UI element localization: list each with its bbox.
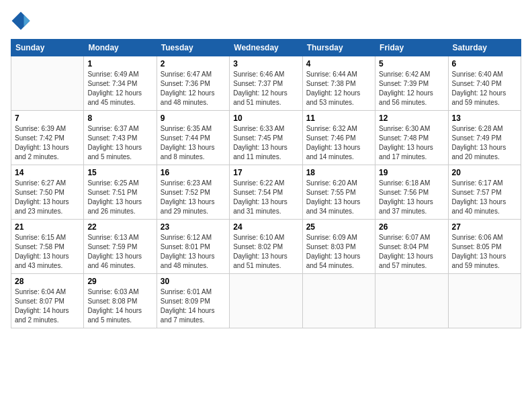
calendar-cell (230, 274, 302, 328)
calendar-header: SundayMondayTuesdayWednesdayThursdayFrid… (11, 40, 521, 56)
calendar-cell: 30Sunrise: 6:01 AM Sunset: 8:09 PM Dayli… (157, 274, 229, 328)
calendar-cell (11, 56, 84, 111)
day-info: Sunrise: 6:39 AM Sunset: 7:42 PM Dayligh… (15, 124, 80, 162)
calendar-cell: 18Sunrise: 6:20 AM Sunset: 7:55 PM Dayli… (302, 165, 375, 220)
day-number: 16 (161, 168, 226, 177)
day-number: 23 (161, 222, 226, 232)
calendar-cell: 19Sunrise: 6:18 AM Sunset: 7:56 PM Dayli… (375, 165, 448, 220)
day-info: Sunrise: 6:06 AM Sunset: 8:05 PM Dayligh… (452, 233, 517, 271)
day-number: 26 (379, 222, 444, 232)
day-info: Sunrise: 6:22 AM Sunset: 7:54 PM Dayligh… (233, 179, 298, 216)
calendar-cell: 7Sunrise: 6:39 AM Sunset: 7:42 PM Daylig… (11, 111, 84, 165)
day-info: Sunrise: 6:09 AM Sunset: 8:03 PM Dayligh… (306, 233, 371, 271)
calendar-cell: 4Sunrise: 6:44 AM Sunset: 7:38 PM Daylig… (302, 56, 375, 111)
calendar-cell: 14Sunrise: 6:27 AM Sunset: 7:50 PM Dayli… (11, 165, 84, 220)
svg-marker-1 (24, 15, 30, 27)
calendar-cell: 13Sunrise: 6:28 AM Sunset: 7:49 PM Dayli… (448, 111, 521, 165)
day-info: Sunrise: 6:10 AM Sunset: 8:02 PM Dayligh… (233, 233, 298, 271)
day-number: 27 (452, 222, 517, 232)
header-sunday: Sunday (11, 40, 84, 56)
header-row: SundayMondayTuesdayWednesdayThursdayFrid… (11, 40, 521, 56)
calendar-cell: 5Sunrise: 6:42 AM Sunset: 7:39 PM Daylig… (375, 56, 448, 111)
day-info: Sunrise: 6:12 AM Sunset: 8:01 PM Dayligh… (161, 233, 226, 271)
day-info: Sunrise: 6:27 AM Sunset: 7:50 PM Dayligh… (15, 179, 80, 216)
day-number: 12 (379, 113, 444, 123)
day-info: Sunrise: 6:03 AM Sunset: 8:08 PM Dayligh… (87, 287, 152, 325)
day-number: 17 (233, 168, 298, 177)
logo-icon (11, 11, 31, 31)
day-number: 21 (15, 222, 80, 232)
calendar-cell: 9Sunrise: 6:35 AM Sunset: 7:44 PM Daylig… (157, 111, 229, 165)
calendar-cell: 22Sunrise: 6:13 AM Sunset: 7:59 PM Dayli… (84, 220, 157, 274)
day-number: 6 (452, 59, 517, 68)
calendar-cell: 16Sunrise: 6:23 AM Sunset: 7:52 PM Dayli… (157, 165, 229, 220)
day-number: 19 (379, 168, 444, 177)
calendar-cell: 23Sunrise: 6:12 AM Sunset: 8:01 PM Dayli… (157, 220, 229, 274)
day-info: Sunrise: 6:47 AM Sunset: 7:36 PM Dayligh… (161, 70, 226, 107)
day-info: Sunrise: 6:28 AM Sunset: 7:49 PM Dayligh… (452, 124, 517, 162)
day-number: 11 (306, 113, 371, 123)
day-number: 22 (87, 222, 152, 232)
week-row-4: 28Sunrise: 6:04 AM Sunset: 8:07 PM Dayli… (11, 274, 521, 328)
day-info: Sunrise: 6:46 AM Sunset: 7:37 PM Dayligh… (233, 70, 298, 107)
header-wednesday: Wednesday (230, 40, 302, 56)
day-info: Sunrise: 6:32 AM Sunset: 7:46 PM Dayligh… (306, 124, 371, 162)
calendar-cell: 2Sunrise: 6:47 AM Sunset: 7:36 PM Daylig… (157, 56, 229, 111)
day-info: Sunrise: 6:42 AM Sunset: 7:39 PM Dayligh… (379, 70, 444, 107)
header-monday: Monday (84, 40, 157, 56)
day-number: 10 (233, 113, 298, 123)
calendar-cell: 26Sunrise: 6:07 AM Sunset: 8:04 PM Dayli… (375, 220, 448, 274)
page-header (11, 11, 521, 31)
day-info: Sunrise: 6:07 AM Sunset: 8:04 PM Dayligh… (379, 233, 444, 271)
day-number: 14 (15, 168, 80, 177)
calendar-cell (302, 274, 375, 328)
day-info: Sunrise: 6:17 AM Sunset: 7:57 PM Dayligh… (452, 179, 517, 216)
day-info: Sunrise: 6:20 AM Sunset: 7:55 PM Dayligh… (306, 179, 371, 216)
header-friday: Friday (375, 40, 448, 56)
day-info: Sunrise: 6:44 AM Sunset: 7:38 PM Dayligh… (306, 70, 371, 107)
day-info: Sunrise: 6:23 AM Sunset: 7:52 PM Dayligh… (161, 179, 226, 216)
day-number: 1 (87, 59, 152, 68)
day-info: Sunrise: 6:04 AM Sunset: 8:07 PM Dayligh… (15, 287, 80, 325)
calendar-cell: 11Sunrise: 6:32 AM Sunset: 7:46 PM Dayli… (302, 111, 375, 165)
logo (11, 11, 34, 31)
day-info: Sunrise: 6:30 AM Sunset: 7:48 PM Dayligh… (379, 124, 444, 162)
day-info: Sunrise: 6:18 AM Sunset: 7:56 PM Dayligh… (379, 179, 444, 216)
day-number: 3 (233, 59, 298, 68)
day-number: 15 (87, 168, 152, 177)
calendar-cell: 25Sunrise: 6:09 AM Sunset: 8:03 PM Dayli… (302, 220, 375, 274)
calendar-cell: 10Sunrise: 6:33 AM Sunset: 7:45 PM Dayli… (230, 111, 302, 165)
day-number: 7 (15, 113, 80, 123)
calendar-body: 1Sunrise: 6:49 AM Sunset: 7:34 PM Daylig… (11, 56, 521, 328)
day-info: Sunrise: 6:37 AM Sunset: 7:43 PM Dayligh… (87, 124, 152, 162)
calendar-cell: 8Sunrise: 6:37 AM Sunset: 7:43 PM Daylig… (84, 111, 157, 165)
day-number: 4 (306, 59, 371, 68)
calendar-cell (448, 274, 521, 328)
day-number: 20 (452, 168, 517, 177)
calendar-cell: 6Sunrise: 6:40 AM Sunset: 7:40 PM Daylig… (448, 56, 521, 111)
day-number: 13 (452, 113, 517, 123)
calendar-cell: 17Sunrise: 6:22 AM Sunset: 7:54 PM Dayli… (230, 165, 302, 220)
calendar-cell: 1Sunrise: 6:49 AM Sunset: 7:34 PM Daylig… (84, 56, 157, 111)
header-saturday: Saturday (448, 40, 521, 56)
calendar-cell: 27Sunrise: 6:06 AM Sunset: 8:05 PM Dayli… (448, 220, 521, 274)
day-number: 30 (161, 277, 226, 286)
day-info: Sunrise: 6:15 AM Sunset: 7:58 PM Dayligh… (15, 233, 80, 271)
calendar-cell: 21Sunrise: 6:15 AM Sunset: 7:58 PM Dayli… (11, 220, 84, 274)
week-row-3: 21Sunrise: 6:15 AM Sunset: 7:58 PM Dayli… (11, 220, 521, 274)
calendar-cell (375, 274, 448, 328)
calendar-cell: 28Sunrise: 6:04 AM Sunset: 8:07 PM Dayli… (11, 274, 84, 328)
header-thursday: Thursday (302, 40, 375, 56)
day-info: Sunrise: 6:35 AM Sunset: 7:44 PM Dayligh… (161, 124, 226, 162)
calendar-cell: 12Sunrise: 6:30 AM Sunset: 7:48 PM Dayli… (375, 111, 448, 165)
calendar-table: SundayMondayTuesdayWednesdayThursdayFrid… (11, 39, 521, 328)
day-number: 8 (87, 113, 152, 123)
day-number: 5 (379, 59, 444, 68)
day-info: Sunrise: 6:49 AM Sunset: 7:34 PM Dayligh… (87, 70, 152, 107)
day-info: Sunrise: 6:40 AM Sunset: 7:40 PM Dayligh… (452, 70, 517, 107)
calendar-cell: 15Sunrise: 6:25 AM Sunset: 7:51 PM Dayli… (84, 165, 157, 220)
calendar-cell: 3Sunrise: 6:46 AM Sunset: 7:37 PM Daylig… (230, 56, 302, 111)
day-number: 25 (306, 222, 371, 232)
day-number: 2 (161, 59, 226, 68)
week-row-2: 14Sunrise: 6:27 AM Sunset: 7:50 PM Dayli… (11, 165, 521, 220)
